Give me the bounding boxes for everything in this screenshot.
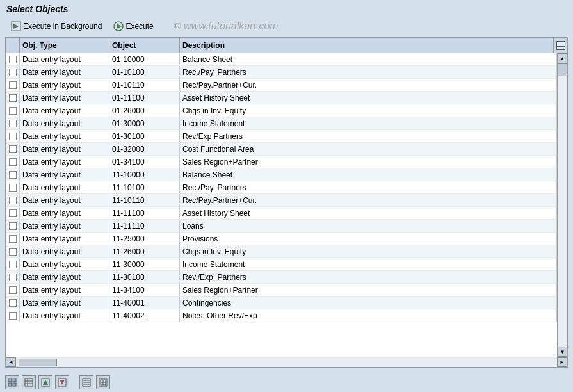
row-checkbox[interactable] bbox=[6, 53, 20, 65]
row-checkbox[interactable] bbox=[6, 194, 20, 206]
checkbox-input[interactable] bbox=[9, 235, 17, 243]
checkbox-input[interactable] bbox=[9, 107, 17, 115]
row-checkbox[interactable] bbox=[6, 245, 20, 257]
column-settings-button[interactable] bbox=[553, 38, 567, 53]
table-row[interactable]: Data entry layout 01-30100 Rev/Exp Partn… bbox=[6, 130, 557, 143]
row-checkbox[interactable] bbox=[6, 220, 20, 232]
cell-object: 01-30000 bbox=[109, 117, 180, 129]
table-row[interactable]: Data entry layout 01-34100 Sales Region+… bbox=[6, 156, 557, 168]
checkbox-input[interactable] bbox=[9, 158, 17, 166]
row-checkbox[interactable] bbox=[6, 156, 20, 168]
table-row[interactable]: Data entry layout 11-10000 Balance Sheet bbox=[6, 168, 557, 181]
table-row[interactable]: Data entry layout 11-11100 Asset History… bbox=[6, 207, 557, 220]
row-checkbox[interactable] bbox=[6, 258, 20, 270]
cell-description: Rec/Pay.Partner+Cur. bbox=[180, 194, 557, 206]
checkbox-input[interactable] bbox=[9, 145, 17, 153]
row-checkbox[interactable] bbox=[6, 271, 20, 283]
table-container: Obj. Type Object Description Data entry … bbox=[6, 38, 567, 367]
cell-object: 01-10100 bbox=[109, 66, 180, 78]
cell-obj-type: Data entry layout bbox=[20, 104, 109, 117]
table-row[interactable]: Data entry layout 11-26000 Chgs in Inv. … bbox=[6, 245, 557, 258]
checkbox-input[interactable] bbox=[9, 56, 17, 63]
scroll-up-arrow[interactable]: ▲ bbox=[558, 53, 567, 63]
table-row[interactable]: Data entry layout 01-10000 Balance Sheet bbox=[6, 53, 557, 66]
cell-object: 11-30100 bbox=[109, 271, 180, 283]
row-checkbox[interactable] bbox=[6, 309, 20, 322]
checkbox-input[interactable] bbox=[9, 312, 17, 320]
checkbox-input[interactable] bbox=[9, 133, 17, 140]
row-checkbox[interactable] bbox=[6, 168, 20, 181]
execute-button[interactable]: Execute bbox=[109, 19, 157, 33]
svg-rect-6 bbox=[13, 379, 16, 382]
hscroll-thumb[interactable] bbox=[19, 359, 57, 366]
checkbox-input[interactable] bbox=[9, 209, 17, 217]
table-row[interactable]: Data entry layout 11-30100 Rev./Exp. Par… bbox=[6, 271, 557, 284]
checkbox-input[interactable] bbox=[9, 94, 17, 102]
table-row[interactable]: Data entry layout 01-10100 Rec./Pay. Par… bbox=[6, 66, 557, 79]
row-checkbox[interactable] bbox=[6, 284, 20, 296]
table-row[interactable]: Data entry layout 11-34100 Sales Region+… bbox=[6, 284, 557, 297]
table-row[interactable]: Data entry layout 11-40002 Notes: Other … bbox=[6, 309, 557, 322]
scroll-track[interactable] bbox=[558, 63, 567, 347]
content-area: Obj. Type Object Description Data entry … bbox=[5, 37, 568, 368]
row-checkbox[interactable] bbox=[6, 181, 20, 193]
header-object: Object bbox=[109, 38, 180, 53]
hscroll-track[interactable] bbox=[16, 357, 557, 367]
hscroll-right-arrow[interactable]: ► bbox=[557, 357, 567, 367]
table-row[interactable]: Data entry layout 01-11100 Asset History… bbox=[6, 92, 557, 104]
table-row[interactable]: Data entry layout 11-10110 Rec/Pay.Partn… bbox=[6, 194, 557, 207]
status-icon-4[interactable] bbox=[55, 375, 69, 389]
row-checkbox[interactable] bbox=[6, 207, 20, 219]
vertical-scrollbar[interactable]: ▲ ▼ bbox=[557, 53, 567, 357]
svg-rect-7 bbox=[8, 383, 12, 386]
row-checkbox[interactable] bbox=[6, 104, 20, 117]
cell-description: Balance Sheet bbox=[180, 168, 557, 181]
table-body[interactable]: Data entry layout 01-10000 Balance Sheet… bbox=[6, 53, 557, 357]
table-row[interactable]: Data entry layout 01-10110 Rec/Pay.Partn… bbox=[6, 79, 557, 92]
table-row[interactable]: Data entry layout 11-25000 Provisions bbox=[6, 233, 557, 245]
row-checkbox[interactable] bbox=[6, 66, 20, 78]
checkbox-input[interactable] bbox=[9, 286, 17, 294]
cell-object: 11-10110 bbox=[109, 194, 180, 206]
checkbox-input[interactable] bbox=[9, 171, 17, 179]
status-icon-5[interactable] bbox=[79, 375, 93, 389]
row-checkbox[interactable] bbox=[6, 79, 20, 91]
cell-obj-type: Data entry layout bbox=[20, 194, 109, 206]
row-checkbox[interactable] bbox=[6, 92, 20, 104]
status-icon-6[interactable] bbox=[96, 375, 110, 389]
row-checkbox[interactable] bbox=[6, 233, 20, 245]
checkbox-input[interactable] bbox=[9, 261, 17, 268]
table-row[interactable]: Data entry layout 01-30000 Income Statem… bbox=[6, 117, 557, 130]
row-checkbox[interactable] bbox=[6, 130, 20, 142]
row-checkbox[interactable] bbox=[6, 117, 20, 129]
table-row[interactable]: Data entry layout 11-11110 Loans bbox=[6, 220, 557, 233]
row-checkbox[interactable] bbox=[6, 297, 20, 309]
scroll-thumb[interactable] bbox=[558, 63, 567, 76]
status-icon-1[interactable] bbox=[5, 375, 19, 389]
cell-object: 11-40001 bbox=[109, 297, 180, 309]
table-row[interactable]: Data entry layout 11-30000 Income Statem… bbox=[6, 258, 557, 271]
status-icon-2[interactable] bbox=[22, 375, 36, 389]
checkbox-input[interactable] bbox=[9, 299, 17, 307]
checkbox-input[interactable] bbox=[9, 184, 17, 192]
table-row[interactable]: Data entry layout 01-32000 Cost Function… bbox=[6, 143, 557, 156]
hscroll-left-arrow[interactable]: ◄ bbox=[6, 357, 16, 367]
checkbox-input[interactable] bbox=[9, 197, 17, 204]
table-row[interactable]: Data entry layout 11-40001 Contingencies bbox=[6, 297, 557, 309]
checkbox-input[interactable] bbox=[9, 69, 17, 76]
svg-rect-5 bbox=[8, 379, 12, 382]
row-checkbox[interactable] bbox=[6, 143, 20, 155]
table-row[interactable]: Data entry layout 11-10100 Rec./Pay. Par… bbox=[6, 181, 557, 194]
horizontal-scrollbar[interactable]: ◄ ► bbox=[6, 357, 567, 367]
cell-obj-type: Data entry layout bbox=[20, 233, 109, 245]
cell-obj-type: Data entry layout bbox=[20, 66, 109, 78]
table-row[interactable]: Data entry layout 01-26000 Chgs in Inv. … bbox=[6, 104, 557, 117]
scroll-down-arrow[interactable]: ▼ bbox=[558, 347, 567, 357]
checkbox-input[interactable] bbox=[9, 274, 17, 281]
checkbox-input[interactable] bbox=[9, 81, 17, 89]
execute-background-button[interactable]: Execute in Background bbox=[6, 19, 106, 33]
checkbox-input[interactable] bbox=[9, 248, 17, 256]
status-icon-3[interactable] bbox=[38, 375, 52, 389]
checkbox-input[interactable] bbox=[9, 120, 17, 127]
checkbox-input[interactable] bbox=[9, 222, 17, 230]
